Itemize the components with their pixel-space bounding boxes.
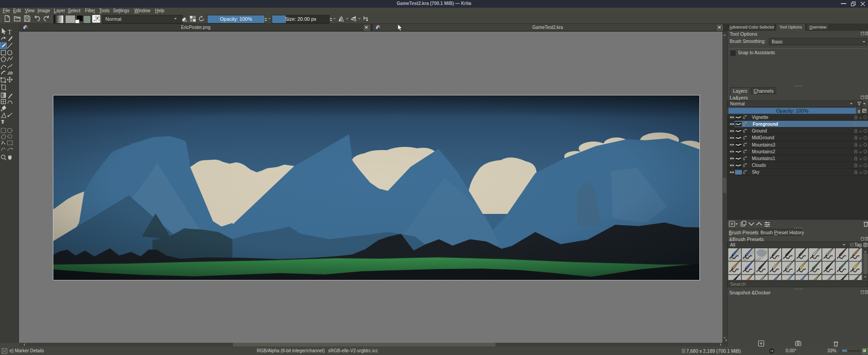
svg-text:T: T <box>8 29 12 36</box>
svg-text:Ground: Ground <box>752 128 767 133</box>
svg-text:Clouds: Clouds <box>752 163 766 168</box>
svg-text:Mountains1: Mountains1 <box>752 156 775 161</box>
svg-text:MidGround: MidGround <box>752 135 774 140</box>
svg-text:Mountains2: Mountains2 <box>752 149 775 154</box>
svg-text:Foreground: Foreground <box>753 122 778 127</box>
svg-text:Mountains3: Mountains3 <box>752 142 775 147</box>
svg-text:Sky: Sky <box>752 170 760 175</box>
svg-text:Vignette: Vignette <box>752 115 769 120</box>
